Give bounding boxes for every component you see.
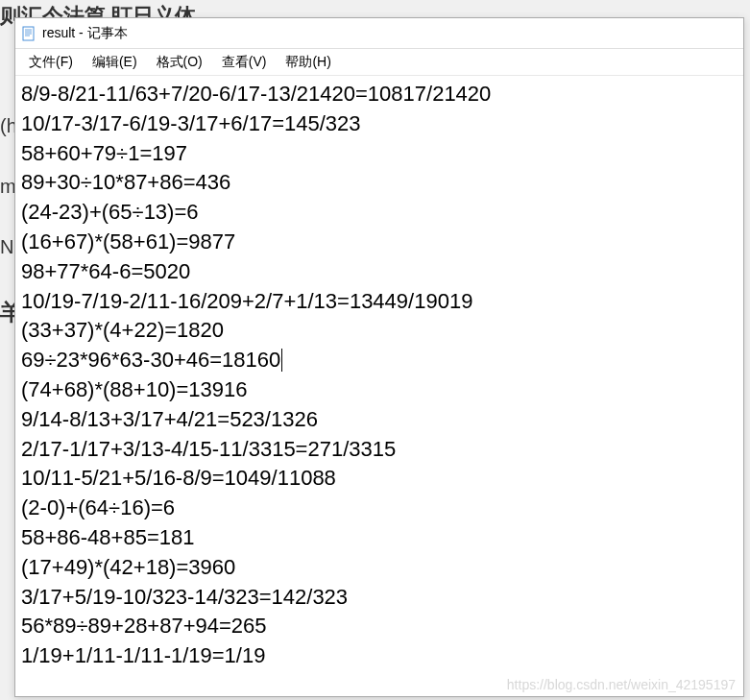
text-line: (33+37)*(4+22)=1820 xyxy=(21,316,738,346)
text-line: 1/19+1/11-1/11-1/19=1/19 xyxy=(21,641,738,671)
text-line: (2-0)+(64÷16)=6 xyxy=(21,494,738,523)
text-cursor xyxy=(281,349,282,372)
title-bar[interactable]: result - 记事本 xyxy=(15,18,743,49)
menu-bar: 文件(F) 编辑(E) 格式(O) 查看(V) 帮助(H) xyxy=(15,49,743,76)
text-line: 8/9-8/21-11/63+7/20-6/17-13/21420=10817/… xyxy=(21,80,738,109)
text-line: 9/14-8/13+3/17+4/21=523/1326 xyxy=(21,405,738,435)
menu-file[interactable]: 文件(F) xyxy=(19,51,83,74)
menu-edit[interactable]: 编辑(E) xyxy=(83,51,147,74)
text-line: 69÷23*96*63-30+46=18160 xyxy=(21,346,738,375)
text-line: 58+86-48+85=181 xyxy=(21,523,738,553)
text-line: 2/17-1/17+3/13-4/15-11/3315=271/3315 xyxy=(21,435,738,465)
text-line: 56*89÷89+28+87+94=265 xyxy=(21,612,738,641)
watermark: https://blog.csdn.net/weixin_42195197 xyxy=(507,677,736,692)
text-line: 10/11-5/21+5/16-8/9=1049/11088 xyxy=(21,464,738,494)
notepad-icon xyxy=(21,26,36,41)
text-line: 89+30÷10*87+86=436 xyxy=(21,168,738,198)
text-line: (74+68)*(88+10)=13916 xyxy=(21,375,738,405)
text-line: 58+60+79÷1=197 xyxy=(21,139,738,169)
menu-format[interactable]: 格式(O) xyxy=(147,51,212,74)
text-area[interactable]: 8/9-8/21-11/63+7/20-6/17-13/21420=10817/… xyxy=(15,76,743,696)
notepad-window: result - 记事本 文件(F) 编辑(E) 格式(O) 查看(V) 帮助(… xyxy=(14,17,744,697)
menu-view[interactable]: 查看(V) xyxy=(212,51,277,74)
text-line: (17+49)*(42+18)=3960 xyxy=(21,553,738,583)
text-line: 10/19-7/19-2/11-16/209+2/7+1/13=13449/19… xyxy=(21,287,738,317)
text-line: (24-23)+(65÷13)=6 xyxy=(21,198,738,228)
text-line: (16+67)*(58+61)=9877 xyxy=(21,228,738,257)
text-line: 10/17-3/17-6/19-3/17+6/17=145/323 xyxy=(21,109,738,139)
window-title: result - 记事本 xyxy=(42,25,128,42)
text-line: 98+77*64-6=5020 xyxy=(21,257,738,287)
menu-help[interactable]: 帮助(H) xyxy=(276,51,340,74)
text-line: 3/17+5/19-10/323-14/323=142/323 xyxy=(21,583,738,613)
